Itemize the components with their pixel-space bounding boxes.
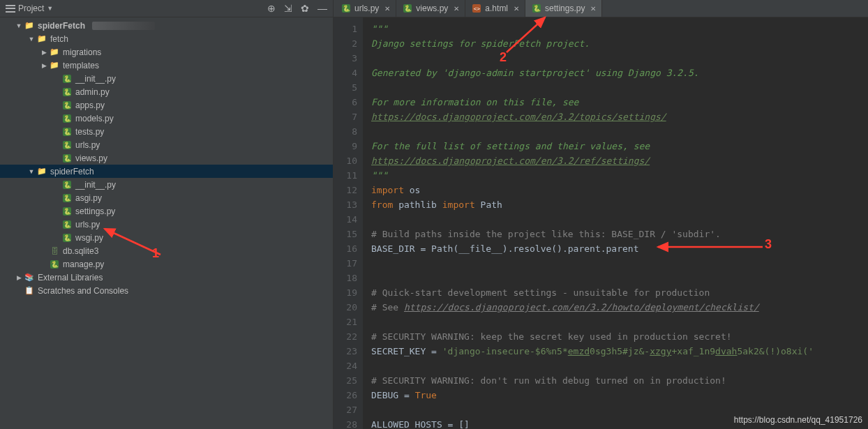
code-line[interactable]: https://docs.djangoproject.com/en/3.2/to… <box>371 110 868 124</box>
line-gutter: 1234567891011121314151617181920212223242… <box>334 17 363 429</box>
python-file-icon <box>61 232 73 243</box>
code-line[interactable] <box>371 256 868 271</box>
scratch-icon: 📋 <box>24 285 35 296</box>
tree-item-models-py[interactable]: models.py <box>0 112 333 125</box>
project-dropdown[interactable]: Project ▼ <box>6 3 53 13</box>
code-line[interactable] <box>371 80 868 95</box>
line-number: 18 <box>334 271 357 285</box>
close-icon[interactable]: ✕ <box>514 5 519 13</box>
line-number: 19 <box>334 285 357 300</box>
code-line[interactable]: # SECURITY WARNING: don't run with debug… <box>371 373 868 388</box>
line-number: 13 <box>334 197 357 212</box>
tree-item-label: tests.py <box>75 127 104 137</box>
tree-item-label: fetch <box>50 34 68 44</box>
tree-item-views-py[interactable]: views.py <box>0 151 333 165</box>
code-line[interactable]: For more information on this file, see <box>371 95 868 110</box>
code-line[interactable]: DEBUG = True <box>371 388 868 402</box>
close-icon[interactable]: ✕ <box>384 5 390 13</box>
folder-icon: 📁 <box>36 33 47 45</box>
tab-views-py[interactable]: views.py✕ <box>396 0 465 17</box>
line-number: 9 <box>334 139 357 153</box>
tree-item-wsgi-py[interactable]: wsgi.py <box>0 231 333 244</box>
code-line[interactable]: from pathlib import Path <box>371 197 868 212</box>
tree-item-admin-py[interactable]: admin.py <box>0 85 333 98</box>
line-number: 11 <box>334 168 357 183</box>
line-number: 5 <box>334 80 357 95</box>
python-file-icon <box>61 126 73 137</box>
code-line[interactable]: # SECURITY WARNING: keep the secret key … <box>371 329 868 344</box>
tree-item-label: manage.py <box>63 259 104 269</box>
chevron-down-icon <box>28 168 35 175</box>
code-line[interactable]: Generated by 'django-admin startproject'… <box>371 66 868 80</box>
editor-area: urls.py✕views.py✕a.html✕settings.py✕ 123… <box>334 0 868 429</box>
tree-item-urls-py[interactable]: urls.py <box>0 138 333 151</box>
tree-item-label: External Libraries <box>38 273 103 283</box>
tree-item-urls-py[interactable]: urls.py <box>0 218 333 231</box>
tree-item-label: __init__.py <box>75 74 116 84</box>
tree-item-templates[interactable]: 📁templates <box>0 59 333 72</box>
code-line[interactable]: Django settings for spiderFetch project. <box>371 36 868 51</box>
code-line[interactable] <box>371 359 868 373</box>
line-number: 26 <box>334 388 357 402</box>
tree-item-label: urls.py <box>75 140 100 150</box>
tree-item-apps-py[interactable]: apps.py <box>0 98 333 112</box>
tab-settings-py[interactable]: settings.py✕ <box>525 0 602 17</box>
code-line[interactable] <box>371 212 868 227</box>
hide-icon[interactable]: — <box>317 3 327 14</box>
tree-item-spiderFetch[interactable]: 📁spiderFetch <box>0 19 333 32</box>
code-content[interactable]: """Django settings for spiderFetch proje… <box>363 17 868 429</box>
tree-item-__init__-py[interactable]: __init__.py <box>0 178 333 191</box>
code-line[interactable]: # See https://docs.djangoproject.com/en/… <box>371 300 868 315</box>
line-number: 24 <box>334 359 357 373</box>
expand-icon[interactable]: ⇲ <box>284 3 292 14</box>
code-line[interactable]: # Build paths inside the project like th… <box>371 227 868 241</box>
tree-item-asgi-py[interactable]: asgi.py <box>0 191 333 204</box>
code-line[interactable]: https://docs.djangoproject.com/en/3.2/re… <box>371 153 868 168</box>
line-number: 4 <box>334 66 357 80</box>
tree-item-label: Scratches and Consoles <box>38 286 128 296</box>
tree-item-fetch[interactable]: 📁fetch <box>0 32 333 45</box>
tree-item-db-sqlite3[interactable]: 🗄db.sqlite3 <box>0 244 333 257</box>
code-line[interactable]: import os <box>371 183 868 197</box>
tree-item-manage-py[interactable]: manage.py <box>0 257 333 271</box>
code-editor[interactable]: 1234567891011121314151617181920212223242… <box>334 17 868 429</box>
code-line[interactable] <box>371 124 868 139</box>
chevron-right-icon <box>40 49 47 56</box>
tab-urls-py[interactable]: urls.py✕ <box>335 0 396 17</box>
python-file-icon <box>61 193 73 204</box>
tree-item-spiderFetch[interactable]: 📁spiderFetch <box>0 165 333 178</box>
editor-tabs: urls.py✕views.py✕a.html✕settings.py✕ <box>334 0 868 17</box>
gear-icon[interactable]: ✿ <box>301 3 309 14</box>
code-line[interactable] <box>371 315 868 329</box>
locate-icon[interactable]: ⊕ <box>267 3 276 14</box>
chevron-down-icon <box>15 22 22 29</box>
tree-item-settings-py[interactable]: settings.py <box>0 204 333 218</box>
tab-label: settings.py <box>545 3 585 13</box>
python-file-icon <box>341 3 352 14</box>
tree-item-label: apps.py <box>75 100 105 110</box>
python-file-icon <box>402 3 413 14</box>
tree-item-Scratches-and-Consoles[interactable]: 📋Scratches and Consoles <box>0 284 333 297</box>
code-line[interactable]: """ <box>371 22 868 36</box>
code-line[interactable]: # Quick-start development settings - uns… <box>371 285 868 300</box>
tab-a-html[interactable]: a.html✕ <box>465 0 525 17</box>
project-tree[interactable]: 📁spiderFetch📁fetch📁migrations📁templates_… <box>0 17 333 429</box>
code-line[interactable]: """ <box>371 168 868 183</box>
tree-item-migrations[interactable]: 📁migrations <box>0 45 333 59</box>
code-line[interactable]: BASE_DIR = Path(__file__).resolve().pare… <box>371 241 868 256</box>
close-icon[interactable]: ✕ <box>454 5 459 13</box>
project-tool-header: Project ▼ ⊕ ⇲ ✿ — <box>0 0 333 17</box>
tree-item-External-Libraries[interactable]: 📚External Libraries <box>0 271 333 284</box>
python-file-icon <box>49 259 60 270</box>
chevron-right-icon <box>15 274 22 281</box>
database-icon: 🗄 <box>49 246 60 257</box>
tree-item-tests-py[interactable]: tests.py <box>0 125 333 138</box>
code-line[interactable]: SECRET_KEY = 'django-insecure-$6%n5*emzd… <box>371 344 868 359</box>
code-line[interactable] <box>371 271 868 285</box>
line-number: 16 <box>334 241 357 256</box>
tree-item-label: db.sqlite3 <box>63 246 98 256</box>
close-icon[interactable]: ✕ <box>590 5 596 13</box>
code-line[interactable]: For the full list of settings and their … <box>371 139 868 153</box>
tree-item-__init__-py[interactable]: __init__.py <box>0 72 333 85</box>
code-line[interactable] <box>371 51 868 66</box>
